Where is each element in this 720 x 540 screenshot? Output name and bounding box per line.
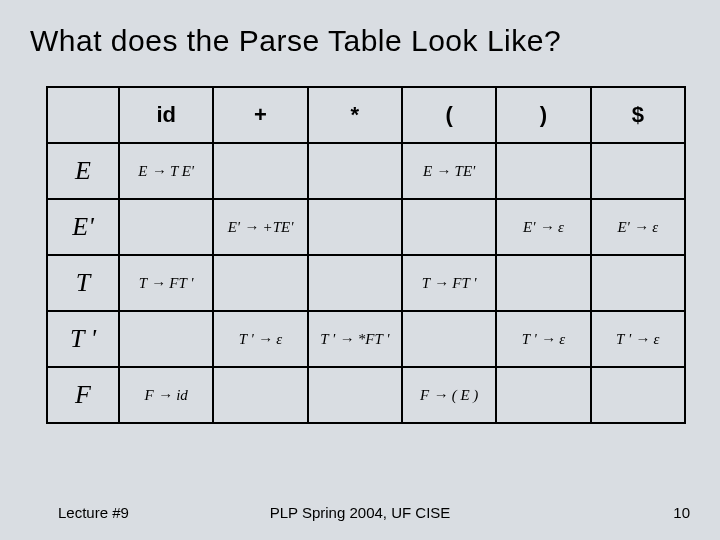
footer-page-number: 10 (673, 504, 690, 521)
table-row: E' E' → +TE' E' → ε E' → ε (47, 199, 685, 255)
row-E: E (47, 143, 119, 199)
row-Eprime: E' (47, 199, 119, 255)
header-id: id (119, 87, 213, 143)
cell-E-rp (496, 143, 590, 199)
footer: Lecture #9 PLP Spring 2004, UF CISE 10 (0, 502, 720, 522)
row-F: F (47, 367, 119, 423)
cell-Tp-star: T ' → *FT ' (308, 311, 402, 367)
cell-Ep-dol: E' → ε (591, 199, 685, 255)
cell-F-id: F → id (119, 367, 213, 423)
table-header-row: id + * ( ) $ (47, 87, 685, 143)
cell-T-dol (591, 255, 685, 311)
table-row: T T → FT ' T → FT ' (47, 255, 685, 311)
table-row: F F → id F → ( E ) (47, 367, 685, 423)
parse-table: id + * ( ) $ E E → T E' E → TE' E' E' → … (46, 86, 686, 424)
table-row: T ' T ' → ε T ' → *FT ' T ' → ε T ' → ε (47, 311, 685, 367)
cell-Ep-lp (402, 199, 496, 255)
cell-F-star (308, 367, 402, 423)
table-row: E E → T E' E → TE' (47, 143, 685, 199)
cell-Ep-rp: E' → ε (496, 199, 590, 255)
cell-F-dol (591, 367, 685, 423)
cell-Tp-id (119, 311, 213, 367)
header-plus: + (213, 87, 307, 143)
cell-Ep-id (119, 199, 213, 255)
cell-T-rp (496, 255, 590, 311)
cell-Tp-dol: T ' → ε (591, 311, 685, 367)
cell-Ep-star (308, 199, 402, 255)
header-lparen: ( (402, 87, 496, 143)
cell-T-lp: T → FT ' (402, 255, 496, 311)
row-Tprime: T ' (47, 311, 119, 367)
header-rparen: ) (496, 87, 590, 143)
cell-F-plus (213, 367, 307, 423)
footer-left: Lecture #9 (58, 504, 129, 521)
slide: What does the Parse Table Look Like? id … (0, 0, 720, 540)
cell-F-lp: F → ( E ) (402, 367, 496, 423)
header-dollar: $ (591, 87, 685, 143)
cell-F-rp (496, 367, 590, 423)
cell-E-star (308, 143, 402, 199)
cell-E-dol (591, 143, 685, 199)
cell-E-id: E → T E' (119, 143, 213, 199)
cell-T-star (308, 255, 402, 311)
row-T: T (47, 255, 119, 311)
cell-Tp-rp: T ' → ε (496, 311, 590, 367)
cell-Tp-lp (402, 311, 496, 367)
cell-Ep-plus: E' → +TE' (213, 199, 307, 255)
header-star: * (308, 87, 402, 143)
page-title: What does the Parse Table Look Like? (30, 24, 690, 58)
cell-E-plus (213, 143, 307, 199)
header-blank (47, 87, 119, 143)
cell-Tp-plus: T ' → ε (213, 311, 307, 367)
cell-T-id: T → FT ' (119, 255, 213, 311)
cell-T-plus (213, 255, 307, 311)
cell-E-lp: E → TE' (402, 143, 496, 199)
